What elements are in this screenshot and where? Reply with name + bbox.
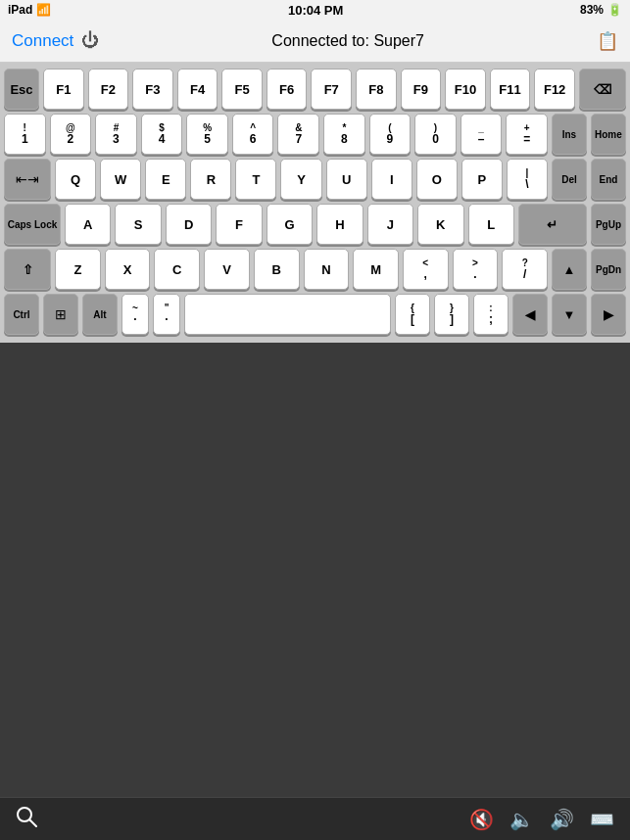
key-l[interactable]: L: [468, 204, 514, 245]
key-f8[interactable]: F8: [356, 69, 397, 110]
main-layout: Esc F1 F2 F3 F4 F5 F6 F7 F8 F9 F10 F11 F…: [0, 63, 630, 840]
key-delete[interactable]: Del: [552, 159, 587, 200]
key-z[interactable]: Z: [55, 249, 101, 290]
status-right: 83% 🔋: [580, 3, 622, 17]
volume-low-icon[interactable]: 🔈: [509, 808, 534, 831]
key-ctrl[interactable]: Ctrl: [4, 294, 39, 335]
key-f10[interactable]: F10: [445, 69, 486, 110]
key-row-5: ⇧ Z X C V B N M <, >. ?/ ▲ PgDn: [4, 249, 626, 290]
key-k[interactable]: K: [417, 204, 463, 245]
key-9[interactable]: (9: [369, 114, 412, 155]
key-g[interactable]: G: [267, 204, 313, 245]
power-button[interactable]: ⏻: [81, 30, 99, 51]
key-x[interactable]: X: [105, 249, 151, 290]
key-7[interactable]: &7: [277, 114, 319, 155]
key-home[interactable]: Home: [591, 114, 626, 155]
key-d[interactable]: D: [166, 204, 212, 245]
keyboard-area: Esc F1 F2 F3 F4 F5 F6 F7 F8 F9 F10 F11 F…: [0, 63, 630, 343]
key-w[interactable]: W: [100, 159, 141, 200]
key-comma[interactable]: <,: [403, 249, 449, 290]
key-5[interactable]: %5: [186, 114, 228, 155]
volume-high-icon[interactable]: 🔊: [550, 808, 574, 831]
clipboard-button[interactable]: 📋: [597, 30, 618, 52]
connect-button[interactable]: Connect: [12, 31, 73, 51]
key-4[interactable]: $4: [141, 114, 183, 155]
key-f2[interactable]: F2: [88, 69, 129, 110]
key-backslash[interactable]: |\: [507, 159, 548, 200]
key-s[interactable]: S: [115, 204, 161, 245]
key-f12[interactable]: F12: [534, 69, 575, 110]
key-enter[interactable]: ↵: [518, 204, 587, 245]
wifi-icon: 📶: [36, 3, 51, 17]
key-backspace[interactable]: ⌫: [579, 69, 626, 110]
key-c[interactable]: C: [154, 249, 200, 290]
key-alt[interactable]: Alt: [82, 294, 118, 335]
bottom-bar: 🔇 🔈 🔊 ⌨️: [0, 797, 630, 840]
key-period[interactable]: >.: [453, 249, 499, 290]
key-end[interactable]: End: [591, 159, 626, 200]
touchpad[interactable]: [0, 343, 630, 797]
key-row-1: Esc F1 F2 F3 F4 F5 F6 F7 F8 F9 F10 F11 F…: [4, 69, 626, 110]
key-minus[interactable]: _–: [460, 114, 503, 155]
key-f6[interactable]: F6: [267, 69, 308, 110]
key-3[interactable]: #3: [95, 114, 137, 155]
key-h[interactable]: H: [316, 204, 363, 245]
search-button[interactable]: [16, 806, 37, 832]
status-bar: iPad 📶 10:04 PM 83% 🔋: [0, 0, 630, 20]
key-u[interactable]: U: [326, 159, 367, 200]
key-0[interactable]: )0: [414, 114, 457, 155]
key-i[interactable]: I: [371, 159, 412, 200]
key-b[interactable]: B: [254, 249, 300, 290]
key-row-4: Caps Lock A S D F G H J K L ↵ PgUp: [4, 204, 626, 245]
key-left[interactable]: ◀: [512, 294, 548, 335]
key-row-2: !1 @2 #3 $4 %5 ^6 &7 *8 (9 )0 _– += Ins …: [4, 114, 626, 155]
key-pageup[interactable]: PgUp: [591, 204, 626, 245]
keyboard-icon[interactable]: ⌨️: [590, 808, 614, 831]
key-p[interactable]: P: [461, 159, 503, 200]
key-o[interactable]: O: [416, 159, 458, 200]
key-windows[interactable]: ⊞: [43, 294, 78, 335]
key-quote[interactable]: "·: [153, 294, 180, 335]
key-insert[interactable]: Ins: [552, 114, 587, 155]
key-n[interactable]: N: [304, 249, 350, 290]
key-pagedown[interactable]: PgDn: [591, 249, 626, 290]
header: Connect ⏻ Connected to: Super7 📋: [0, 20, 630, 63]
key-up[interactable]: ▲: [552, 249, 587, 290]
key-f[interactable]: F: [216, 204, 262, 245]
key-slash[interactable]: ?/: [502, 249, 548, 290]
key-r[interactable]: R: [190, 159, 231, 200]
key-shift[interactable]: ⇧: [4, 249, 51, 290]
key-f5[interactable]: F5: [221, 69, 263, 110]
key-f7[interactable]: F7: [311, 69, 352, 110]
key-right[interactable]: ▶: [591, 294, 626, 335]
key-left-bracket[interactable]: {[: [395, 294, 430, 335]
key-f4[interactable]: F4: [177, 69, 218, 110]
volume-mute-icon[interactable]: 🔇: [469, 808, 494, 831]
key-esc[interactable]: Esc: [4, 69, 39, 110]
key-semicolon[interactable]: :;: [473, 294, 509, 335]
key-m[interactable]: M: [353, 249, 399, 290]
key-y[interactable]: Y: [280, 159, 321, 200]
key-q[interactable]: Q: [55, 159, 96, 200]
key-2[interactable]: @2: [50, 114, 92, 155]
key-6[interactable]: ^6: [232, 114, 274, 155]
key-1[interactable]: !1: [4, 114, 46, 155]
key-right-bracket[interactable]: }]: [434, 294, 469, 335]
key-equals[interactable]: +=: [506, 114, 548, 155]
key-8[interactable]: *8: [323, 114, 365, 155]
bottom-right-icons: 🔇 🔈 🔊 ⌨️: [469, 808, 614, 831]
key-space[interactable]: [184, 294, 391, 335]
key-v[interactable]: V: [204, 249, 250, 290]
key-e[interactable]: E: [145, 159, 186, 200]
key-f9[interactable]: F9: [401, 69, 442, 110]
key-f1[interactable]: F1: [43, 69, 84, 110]
key-a[interactable]: A: [65, 204, 111, 245]
key-f11[interactable]: F11: [490, 69, 531, 110]
key-tilde[interactable]: ~·: [121, 294, 149, 335]
key-f3[interactable]: F3: [132, 69, 173, 110]
key-tab[interactable]: ⇤⇥: [4, 159, 51, 200]
key-t[interactable]: T: [235, 159, 276, 200]
key-j[interactable]: J: [367, 204, 413, 245]
key-capslock[interactable]: Caps Lock: [4, 204, 61, 245]
key-down[interactable]: ▼: [552, 294, 587, 335]
